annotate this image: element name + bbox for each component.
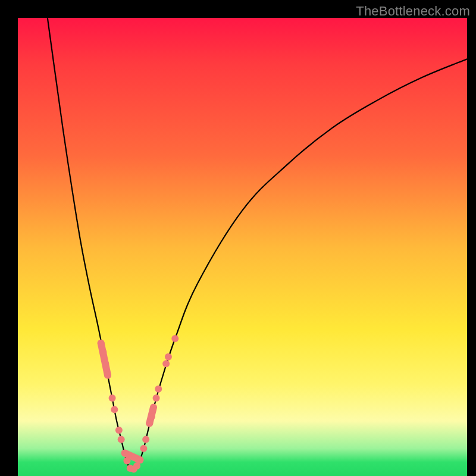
marker-dot <box>115 427 123 434</box>
watermark-text: TheBottleneck.com <box>356 4 470 19</box>
marker-dot <box>102 360 109 367</box>
marker-dot <box>142 436 149 443</box>
marker-dot <box>146 419 153 427</box>
marker-dot <box>148 413 155 420</box>
marker-dot <box>136 456 143 464</box>
plot-area <box>18 18 467 476</box>
marker-dot <box>111 406 118 413</box>
marker-dot <box>171 335 178 342</box>
marker-dot <box>118 436 125 443</box>
curve-layer <box>18 18 467 476</box>
marker-dot <box>98 340 105 347</box>
marker-dot <box>109 394 116 402</box>
highlight-markers <box>98 335 179 472</box>
marker-dot <box>123 458 130 465</box>
marker-dot <box>104 372 111 379</box>
marker-capsule <box>101 343 108 375</box>
chart-frame: TheBottleneck.com <box>0 0 476 476</box>
marker-dot <box>165 353 172 361</box>
marker-dot <box>162 360 170 367</box>
marker-dot <box>153 394 160 402</box>
marker-dot <box>121 450 129 457</box>
bottleneck-curve <box>48 18 467 471</box>
marker-dot <box>155 386 162 393</box>
marker-dot <box>99 349 107 356</box>
marker-dot <box>140 445 147 452</box>
